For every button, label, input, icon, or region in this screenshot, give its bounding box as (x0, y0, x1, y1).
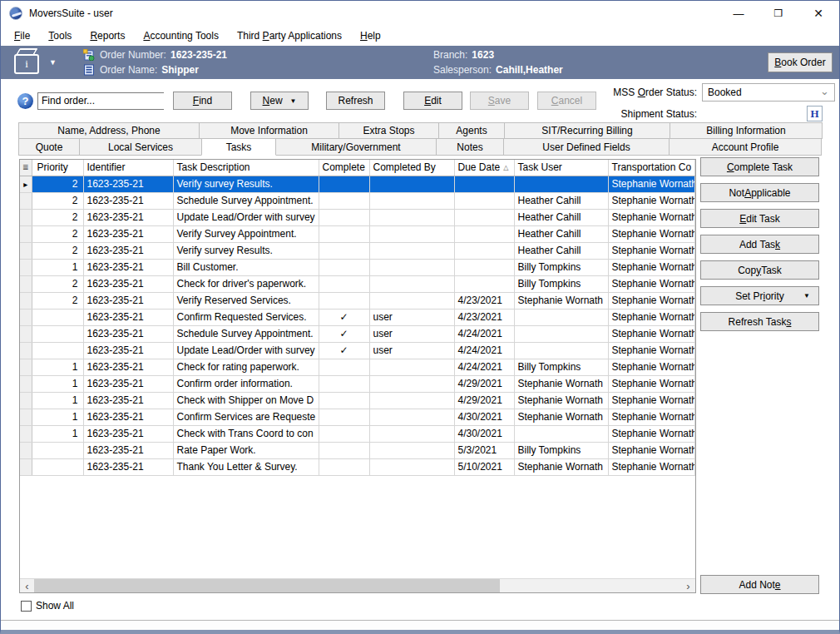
column-header-identifier[interactable]: Identifier (83, 160, 173, 176)
table-row[interactable]: 1623-235-21Thank You Letter & Survey.5/1… (20, 458, 695, 475)
history-button[interactable]: H (807, 106, 823, 121)
tab-strip: Name, Address, Phone Move Information Ex… (1, 122, 839, 156)
order-number-value: 1623-235-21 (170, 49, 227, 61)
help-icon[interactable]: ? (17, 93, 33, 109)
task-actions: Complete Task Not Applicable Edit Task A… (700, 157, 819, 331)
title-bar: MoversSuite - user — ❒ ✕ (1, 1, 839, 26)
table-row[interactable]: ▸21623-235-21Verify survey Results.Steph… (20, 176, 695, 192)
horizontal-scrollbar[interactable]: ‹ › (20, 578, 695, 592)
table-row[interactable]: 11623-235-21Confirm Services are Request… (20, 409, 695, 425)
tab-sit-recurring-billing[interactable]: SIT/Recurring Billing (504, 122, 670, 139)
add-task-button[interactable]: Add Task (700, 235, 819, 254)
complete-task-button[interactable]: Complete Task (700, 157, 819, 176)
tab-agents[interactable]: Agents (438, 122, 505, 139)
application-window: MoversSuite - user — ❒ ✕ File Tools Repo… (0, 0, 840, 634)
tab-tasks[interactable]: Tasks (201, 138, 276, 156)
tab-military-government[interactable]: Military/Government (275, 138, 437, 156)
tab-local-services[interactable]: Local Services (79, 138, 202, 156)
menu-file[interactable]: File (7, 27, 37, 44)
table-row[interactable]: 21623-235-21Check for driver's paperwork… (20, 275, 695, 292)
order-number-label: Order Number: (100, 49, 166, 61)
menu-third-party-applications[interactable]: Third Party Applications (230, 27, 348, 44)
column-header-priority[interactable]: Priority (32, 160, 83, 176)
tab-extra-stops[interactable]: Extra Stops (338, 122, 439, 139)
maximize-icon[interactable]: ❒ (771, 6, 786, 21)
table-row[interactable]: 11623-235-21Check with Trans Coord to co… (20, 425, 695, 442)
minimize-icon[interactable]: — (731, 6, 746, 21)
find-button[interactable]: Find (173, 92, 232, 110)
column-header-completed-by[interactable]: Completed By (369, 160, 454, 176)
order-number-icon (83, 49, 95, 61)
table-row[interactable]: 21623-235-21Verify survey Results.Heathe… (20, 242, 695, 259)
table-row[interactable]: 11623-235-21Check for rating paperwork.4… (20, 359, 695, 375)
new-dropdown-icon: ▼ (290, 97, 297, 105)
app-icon (9, 7, 22, 20)
column-header-task-user[interactable]: Task User (514, 160, 608, 176)
tasks-panel: ≣ Priority Identifier Task Description C… (1, 156, 839, 620)
menu-help[interactable]: Help (353, 27, 388, 44)
new-button[interactable]: New ▼ (250, 92, 309, 110)
set-priority-button[interactable]: Set Priority ▼ (700, 286, 819, 305)
table-row[interactable]: 11623-235-21Check with Shipper on Move D… (20, 392, 695, 409)
tab-notes[interactable]: Notes (436, 138, 504, 156)
show-all-checkbox[interactable] (21, 601, 32, 612)
mss-order-status-select[interactable]: Booked ⌄ (702, 83, 835, 102)
order-banner: i ▼ Order Number: 1623-235-21 Order Name… (1, 46, 839, 79)
mss-order-status-value: Booked (708, 87, 742, 98)
tab-name-address-phone[interactable]: Name, Address, Phone (18, 122, 200, 139)
chevron-down-icon: ⌄ (820, 85, 829, 97)
order-box-icon[interactable]: i (14, 51, 46, 74)
banner-dropdown-icon[interactable]: ▼ (49, 58, 57, 67)
table-row[interactable]: 21623-235-21Update Lead/Order with surve… (20, 209, 695, 225)
shipment-status-label: Shipment Status: (613, 108, 697, 120)
row-selector-header-icon: ≣ (20, 160, 32, 176)
find-order-input[interactable] (38, 93, 174, 109)
tab-account-profile[interactable]: Account Profile (669, 138, 822, 156)
grid-empty-area (20, 476, 695, 579)
scroll-right-icon[interactable]: › (681, 579, 695, 592)
close-icon[interactable]: ✕ (811, 6, 826, 21)
edit-task-button[interactable]: Edit Task (700, 209, 819, 228)
column-header-transportation-coordinator[interactable]: Transportation Co (608, 160, 695, 176)
show-all-checkbox-row[interactable]: Show All (21, 600, 74, 612)
table-row[interactable]: 1623-235-21Schedule Survey Appointment.✓… (20, 325, 695, 342)
refresh-button[interactable]: Refresh (326, 92, 385, 110)
show-all-label: Show All (36, 600, 74, 612)
add-note-button[interactable]: Add Note (700, 575, 819, 594)
menu-reports[interactable]: Reports (83, 27, 131, 44)
save-button[interactable]: Save (470, 92, 529, 110)
table-row[interactable]: 1623-235-21Confirm Requested Services.✓u… (20, 309, 695, 325)
tab-quote[interactable]: Quote (18, 138, 80, 156)
column-header-complete[interactable]: Complete (319, 160, 369, 176)
not-applicable-button[interactable]: Not Applicable (700, 183, 819, 202)
book-order-button[interactable]: Book Order (768, 52, 833, 72)
window-title: MoversSuite - user (29, 7, 113, 19)
refresh-tasks-button[interactable]: Refresh Tasks (700, 312, 819, 331)
tab-user-defined-fields[interactable]: User Defined Fields (503, 138, 670, 156)
edit-button[interactable]: Edit (403, 92, 462, 110)
scroll-left-icon[interactable]: ‹ (20, 579, 34, 592)
table-row[interactable]: 11623-235-21Confirm order information.4/… (20, 375, 695, 392)
order-name-icon (83, 64, 95, 76)
status-strip (1, 620, 839, 630)
tasks-tbody: ▸21623-235-21Verify survey Results.Steph… (20, 176, 695, 475)
table-row[interactable]: 11623-235-21Bill Customer.Billy Tompkins… (20, 259, 695, 275)
tab-billing-information[interactable]: Billing Information (670, 122, 823, 139)
column-header-due-date[interactable]: Due Date△ (454, 160, 514, 176)
find-order-combo[interactable]: ▼ (37, 92, 164, 110)
set-priority-dropdown-icon: ▼ (803, 292, 810, 300)
tab-move-information[interactable]: Move Information (199, 122, 339, 139)
cancel-button[interactable]: Cancel (537, 92, 596, 110)
menu-tools[interactable]: Tools (42, 27, 78, 44)
menu-accounting-tools[interactable]: Accounting Tools (136, 27, 225, 44)
table-row[interactable]: 1623-235-21Update Lead/Order with survey… (20, 342, 695, 359)
order-name-value: Shipper (161, 64, 199, 76)
table-row[interactable]: 21623-235-21Schedule Survey Appointment.… (20, 192, 695, 209)
column-header-task-description[interactable]: Task Description (173, 160, 319, 176)
copy-task-button[interactable]: Copy Task (700, 260, 819, 280)
table-row[interactable]: 1623-235-21Rate Paper Work.5/3/2021Billy… (20, 442, 695, 458)
scrollbar-thumb[interactable] (34, 579, 500, 592)
table-row[interactable]: 21623-235-21Verify Survey Appointment.He… (20, 225, 695, 242)
sort-ascending-icon: △ (503, 164, 508, 171)
table-row[interactable]: 21623-235-21Verify Reserved Services.4/2… (20, 292, 695, 309)
